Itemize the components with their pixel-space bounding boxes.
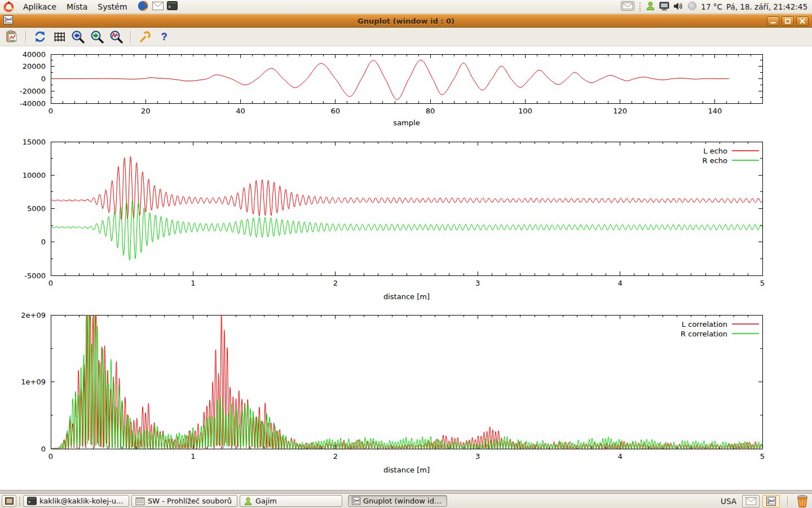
zoom-next-icon [90,30,105,43]
mail-notification-icon[interactable] [621,1,634,12]
plot-correlation: 01234501e+092e+09distance [m]L correlati… [21,311,765,475]
task-label: Gnuplot (window id : 0) [363,497,443,505]
toolbar-separator [130,30,131,43]
next-zoom-button[interactable] [89,29,106,45]
unzoom-icon [109,30,124,43]
svg-text:5: 5 [760,279,765,287]
svg-text:4: 4 [617,279,622,287]
tray-separator [787,496,788,506]
svg-text:0: 0 [41,238,46,246]
ubuntu-menu-icon[interactable] [3,1,15,13]
plot-echo: 012345-5000050001000015000distance [m]L … [23,138,765,301]
unzoom-button[interactable] [108,29,125,45]
previous-zoom-button[interactable] [70,29,87,45]
zoom-previous-icon [71,30,86,43]
window-list-handle[interactable] [19,497,20,506]
svg-text:15000: 15000 [23,138,46,146]
window-titlebar[interactable]: Gnuplot (window id : 0) [0,14,812,28]
taskbar-item-gajim[interactable]: Gajim [240,495,342,507]
help-button[interactable]: ? [156,29,173,45]
task-label: SW - Prohlížeč souborů [148,497,232,505]
firefox-icon[interactable] [137,0,149,14]
show-desktop-button[interactable] [2,495,16,507]
svg-text:0: 0 [48,279,53,287]
desktop: Aplikace Místa Systém [0,0,812,508]
plot-sample-waveform: 020406080100120140-40000-200000200004000… [20,50,762,128]
tray-mail-icon[interactable] [742,495,760,507]
tray-gnuplot-icon[interactable] [762,495,780,507]
help-icon: ? [161,31,167,43]
menu-applications[interactable]: Aplikace [18,1,61,12]
svg-text:80: 80 [426,107,435,115]
gnuplot-icon [352,497,360,505]
plot-canvas[interactable]: 020406080100120140-40000-200000200004000… [0,46,812,490]
svg-text:0: 0 [41,75,46,83]
gnuplot-plots: 020406080100120140-40000-200000200004000… [0,46,812,490]
svg-text:2: 2 [333,452,338,461]
svg-text:distance [m]: distance [m] [383,466,430,474]
close-button[interactable] [796,16,809,26]
svg-text:0: 0 [41,445,46,453]
clock-label[interactable]: Pá, 18. září, 21:42:45 [726,2,807,11]
menu-system[interactable]: Systém [92,1,132,12]
display-icon[interactable] [659,2,669,12]
svg-text:60: 60 [331,107,341,115]
panel-launchers [137,0,178,14]
options-button[interactable] [136,29,153,45]
copy-to-clipboard-button[interactable] [3,29,20,45]
keyboard-layout-indicator[interactable]: USA [721,497,736,506]
panel-indicators: 17 °C Pá, 18. září, 21:42:45 [621,1,809,12]
svg-text:-20000: -20000 [20,87,46,95]
svg-text:sample: sample [393,119,420,127]
svg-text:20000: 20000 [23,62,46,71]
svg-text:20: 20 [141,107,151,115]
gajim-icon [244,497,253,506]
svg-text:-5000: -5000 [24,271,46,280]
temperature-label[interactable]: 17 °C [701,2,722,11]
mail-launcher-icon[interactable] [152,2,164,12]
svg-text:1e+09: 1e+09 [21,378,46,386]
user-presence-icon[interactable] [646,1,655,12]
taskbar-item-gnuplot[interactable]: Gnuplot (window id : 0) [348,495,447,507]
maximize-button[interactable] [782,16,794,26]
terminal-launcher-icon[interactable] [167,1,178,12]
volume-icon[interactable] [673,2,683,12]
task-label: Gajim [255,497,277,505]
taskbar: kaklik@kaklik-kolej-u... SW - Prohlížeč … [0,493,812,508]
svg-text:2e+09: 2e+09 [21,311,46,319]
grid-icon [52,30,66,43]
refresh-icon [33,30,47,43]
svg-text:0: 0 [48,452,53,461]
svg-text:40000: 40000 [23,50,46,59]
svg-text:0: 0 [48,107,53,115]
window-title: Gnuplot (window id : 0) [0,17,812,25]
svg-text:120: 120 [613,107,627,115]
taskbar-item-file-manager[interactable]: SW - Prohlížeč souborů [131,495,237,507]
applet-handle[interactable] [639,3,641,11]
svg-text:100: 100 [518,107,532,115]
svg-text:distance [m]: distance [m] [383,292,430,301]
svg-text:-40000: -40000 [20,99,46,108]
menu-places[interactable]: Místa [61,1,92,12]
weather-icon[interactable] [687,1,697,12]
terminal-icon [27,497,37,505]
svg-text:L echo: L echo [703,147,727,155]
svg-text:R echo: R echo [702,156,727,165]
show-desktop-icon [5,497,14,505]
svg-text:140: 140 [708,107,722,115]
toolbar-separator [25,30,27,43]
svg-text:L correlation: L correlation [682,320,727,329]
svg-text:5: 5 [760,452,765,461]
svg-text:1: 1 [191,452,195,461]
replot-button[interactable] [32,29,48,45]
gnuplot-toolbar: ? [0,28,812,46]
minimize-button[interactable] [767,16,779,26]
wrench-icon [138,30,152,43]
copy-plot-icon [5,30,19,43]
svg-text:1: 1 [191,279,195,287]
svg-text:3: 3 [475,452,480,461]
toggle-grid-button[interactable] [51,29,68,45]
taskbar-item-terminal[interactable]: kaklik@kaklik-kolej-u... [23,495,129,507]
task-label: kaklik@kaklik-kolej-u... [39,497,123,505]
trash-icon[interactable] [796,494,809,507]
